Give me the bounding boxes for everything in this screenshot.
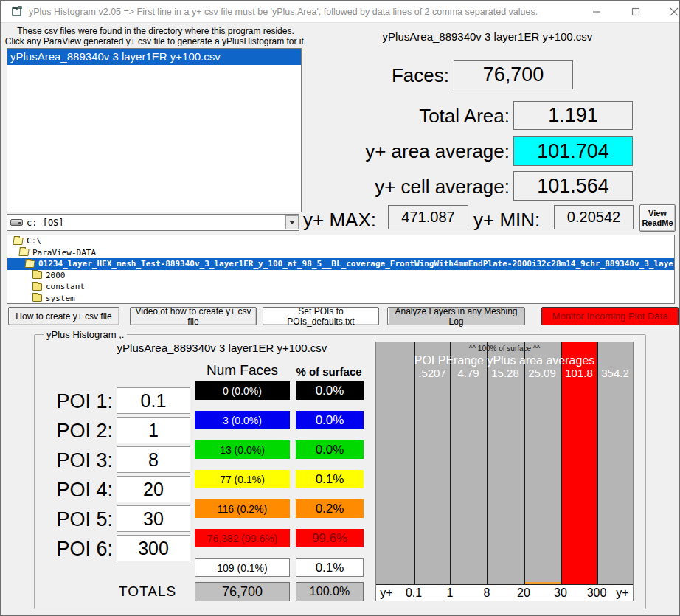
tree-label: 01234_layer_HEX_mesh_Test-889340v_3_laye… [38, 259, 675, 269]
histogram-file-label: yPlusArea_889340v 3 layer1ER y+100.csv [82, 342, 362, 354]
view-readme-line2: ReadMe [640, 218, 675, 228]
tree-row-constant[interactable]: constant [7, 281, 674, 293]
range-average: 101.8 [561, 367, 597, 379]
tree-label: 2000 [46, 271, 66, 280]
table-row-pct: 0.0% [296, 411, 364, 429]
tree-row-2000[interactable]: 2000 [7, 270, 674, 282]
poi2-input[interactable]: 1 [117, 417, 190, 443]
tree-label: ParaView-DATA [32, 248, 96, 257]
faces-value: 76,700 [454, 60, 573, 89]
drive-icon [10, 219, 23, 226]
open-folder-icon [18, 249, 29, 256]
axis-label: y+ [614, 586, 631, 600]
table-row-pct: 99.6% [296, 529, 364, 547]
table-row-numfaces: 3 (0.0%) [195, 411, 290, 429]
poi5-input[interactable]: 30 [117, 505, 190, 532]
table-row-pct: 0.1% [296, 470, 364, 488]
view-readme-button[interactable]: View ReadMe [639, 204, 676, 232]
table-row-numfaces: 76,382 (99.6%) [195, 529, 290, 547]
folder-icon [32, 294, 42, 302]
axis-label: 8 [471, 586, 503, 600]
open-folder-icon [24, 260, 35, 268]
totals-label: TOTALS [119, 584, 190, 600]
view-readme-line1: View [640, 209, 675, 218]
directory-tree[interactable]: C:\ ParaView-DATA 01234_layer_HEX_mesh_T… [7, 235, 675, 304]
open-folder-icon [13, 238, 23, 245]
axis-label: 20 [507, 586, 540, 600]
tree-row-selected-case[interactable]: 01234_layer_HEX_mesh_Test-889340v_3_laye… [7, 258, 674, 270]
table-row-numfaces: 109 (0.1%) [195, 558, 290, 577]
tree-label: constant [46, 282, 85, 291]
app-icon [11, 6, 23, 18]
table-row-pct: 0.0% [296, 381, 364, 400]
axis-label: 0.1 [398, 586, 430, 600]
poi3-label: POI 3: [23, 449, 113, 472]
how-to-create-csv-button[interactable]: How to create y+ csv file [8, 307, 119, 325]
histogram-plot: ^^ 100% of surface ^^ POI PErange yPlus … [375, 342, 634, 601]
plot-x-axis: y+ 0.1 1 8 20 30 300 y+ [376, 584, 633, 601]
title-bar: yPlus Histogram v2.05 => First line in a… [1, 1, 679, 23]
poi4-label: POI 4: [23, 479, 113, 502]
table-row-pct: 0.2% [296, 499, 364, 518]
intro-line-2: Click any ParaView generated y+ csv file… [4, 36, 308, 46]
monitor-plot-data-button[interactable]: Monitor Incoming Plot Data [541, 307, 679, 325]
drive-selector-value: c: [OS] [27, 218, 64, 228]
poi6-label: POI 6: [23, 538, 113, 561]
range-average: 15.28 [487, 367, 524, 379]
cell-average-value: 101.564 [513, 171, 633, 201]
axis-label: 30 [544, 586, 577, 600]
poi5-label: POI 5: [23, 508, 113, 531]
num-faces-header: Num Faces [195, 362, 290, 378]
drive-selector[interactable]: c: [OS] [7, 214, 299, 231]
ymax-label: y+ MAX: [303, 209, 384, 232]
video-how-to-button[interactable]: Video of how to create y+ csv file [130, 307, 257, 325]
csv-file-item-selected[interactable]: yPlusArea_889340v 3 layer1ER y+100.csv [7, 49, 301, 65]
window-title: yPlus Histogram v2.05 => First line in a… [29, 7, 538, 17]
range-average: 354.2 [597, 367, 634, 379]
csv-file-list[interactable]: yPlusArea_889340v 3 layer1ER y+100.csv [7, 48, 302, 212]
table-row-numfaces: 0 (0.0%) [195, 381, 290, 400]
app-window: yPlus Histogram v2.05 => First line in a… [0, 0, 680, 616]
range-average: 25.09 [524, 367, 561, 379]
plot-100pct-note: ^^ 100% of surface ^^ [376, 345, 633, 353]
range-average: .5207 [414, 367, 451, 379]
current-csv-filename: yPlusArea_889340v 3 layer1ER y+100.csv [340, 30, 635, 43]
folder-icon [32, 271, 42, 279]
totals-faces-value: 76,700 [195, 582, 290, 601]
poi6-input[interactable]: 300 [117, 535, 190, 561]
table-row-numfaces: 77 (0.1%) [195, 470, 290, 488]
tree-label: system [46, 294, 75, 303]
poi3-input[interactable]: 8 [117, 446, 190, 473]
pct-surface-header: % of surface [293, 365, 365, 378]
tree-row-root[interactable]: C:\ [7, 235, 674, 247]
axis-label: 300 [580, 586, 613, 600]
area-average-label: y+ area average: [296, 140, 510, 163]
table-row-pct: 0.1% [296, 558, 364, 577]
totals-pct-value: 100.0% [296, 582, 364, 601]
poi4-input[interactable]: 20 [117, 476, 190, 502]
folder-icon [32, 283, 42, 291]
poi2-label: POI 2: [23, 420, 113, 443]
minimize-icon[interactable] [580, 1, 613, 23]
table-row-numfaces: 116 (0.2%) [195, 499, 290, 518]
poi1-input[interactable]: 0.1 [117, 387, 190, 414]
chevron-down-icon[interactable] [285, 215, 299, 229]
set-pois-defaults-button[interactable]: Set POIs to POIs_defaults.txt [263, 307, 379, 325]
axis-label: 1 [434, 586, 466, 600]
ymax-value: 471.087 [388, 205, 468, 229]
analyze-layers-button[interactable]: Analyze Layers in any Meshing Log [387, 307, 525, 325]
tree-row-paraview-data[interactable]: ParaView-DATA [7, 247, 674, 259]
area-average-value: 101.704 [513, 136, 633, 166]
cell-average-label: y+ cell average: [296, 176, 510, 198]
range-average: 4.79 [450, 367, 487, 379]
total-area-value: 1.191 [513, 101, 633, 130]
total-area-label: Total Area: [296, 105, 510, 128]
axis-label: y+ [378, 586, 395, 600]
maximize-icon[interactable] [619, 1, 652, 23]
histogram-group-label: yPlus Histogram ,. [44, 329, 127, 340]
tree-label: C:\ [27, 236, 41, 246]
close-icon[interactable] [657, 1, 680, 23]
tree-row-system[interactable]: system [7, 293, 674, 305]
ymin-value: 0.20542 [554, 205, 634, 229]
ymin-label: y+ MIN: [473, 209, 551, 232]
